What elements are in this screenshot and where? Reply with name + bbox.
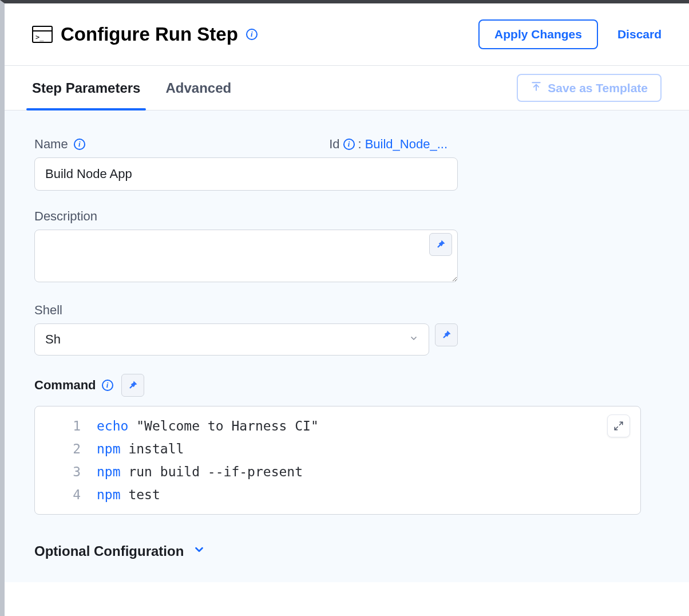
apply-changes-button[interactable]: Apply Changes <box>478 19 598 49</box>
shell-select[interactable]: Sh <box>34 323 429 356</box>
code-text: "Welcome to Harness CI" <box>128 418 318 433</box>
field-shell: Shell Sh <box>34 303 659 356</box>
chevron-down-icon <box>409 334 418 346</box>
shell-value: Sh <box>45 332 61 347</box>
name-input[interactable] <box>34 157 458 191</box>
id-label-text: Id <box>329 137 339 152</box>
tab-step-parameters[interactable]: Step Parameters <box>32 66 140 110</box>
page-header: >_ Configure Run Step i Apply Changes Di… <box>5 3 689 66</box>
pin-button[interactable] <box>121 374 144 397</box>
line-number: 4 <box>45 483 97 506</box>
svg-line-0 <box>620 422 623 425</box>
pin-button[interactable] <box>429 233 452 256</box>
name-label-text: Name <box>34 137 68 152</box>
line-number: 3 <box>45 460 97 483</box>
tab-advanced[interactable]: Advanced <box>165 66 231 110</box>
optional-configuration-toggle[interactable]: Optional Configuration <box>34 543 659 559</box>
expand-button[interactable] <box>607 414 630 437</box>
page-title: Configure Run Step <box>61 23 238 45</box>
save-as-template-button[interactable]: Save as Template <box>517 74 662 102</box>
header-actions: Apply Changes Discard <box>478 19 662 49</box>
tabs: Step Parameters Advanced <box>32 66 517 110</box>
code-keyword: npm <box>97 441 121 456</box>
discard-link[interactable]: Discard <box>617 27 662 41</box>
field-description: Description <box>34 209 659 285</box>
description-input[interactable] <box>34 230 458 282</box>
title-group: >_ Configure Run Step i <box>32 23 478 45</box>
command-editor[interactable]: 1echo "Welcome to Harness CI" 2npm insta… <box>34 406 641 515</box>
code-text: run build --if-present <box>121 464 303 479</box>
form-area: Name i Id i : Build_Node_... Description… <box>5 110 689 582</box>
info-icon[interactable]: i <box>74 139 85 150</box>
field-name: Name i Id i : Build_Node_... <box>34 137 659 191</box>
line-number: 1 <box>45 414 97 437</box>
command-label-text: Command <box>34 378 96 393</box>
tabs-row: Step Parameters Advanced Save as Templat… <box>5 66 689 110</box>
info-icon[interactable]: i <box>102 380 113 391</box>
id-group: Id i : Build_Node_... <box>329 137 448 152</box>
id-colon: : <box>358 137 362 152</box>
name-label: Name i <box>34 137 85 152</box>
command-label: Command i <box>34 378 113 393</box>
code-text: install <box>121 441 184 456</box>
id-value-link[interactable]: Build_Node_... <box>365 137 448 152</box>
description-label: Description <box>34 209 659 224</box>
line-number: 2 <box>45 437 97 460</box>
shell-label: Shell <box>34 303 659 318</box>
field-command: Command i 1echo "Welcome to Harness CI" … <box>34 374 659 515</box>
code-keyword: npm <box>97 464 121 479</box>
pin-button[interactable] <box>435 323 458 346</box>
save-template-label: Save as Template <box>548 81 648 95</box>
info-icon[interactable]: i <box>246 29 258 40</box>
svg-line-1 <box>615 427 617 430</box>
info-icon[interactable]: i <box>343 139 355 150</box>
chevron-down-icon <box>193 543 205 559</box>
code-keyword: npm <box>97 487 121 502</box>
optional-config-label: Optional Configuration <box>34 543 184 559</box>
run-step-icon: >_ <box>32 26 53 43</box>
code-text: test <box>121 487 160 502</box>
upload-icon <box>530 81 542 95</box>
code-keyword: echo <box>97 418 128 433</box>
